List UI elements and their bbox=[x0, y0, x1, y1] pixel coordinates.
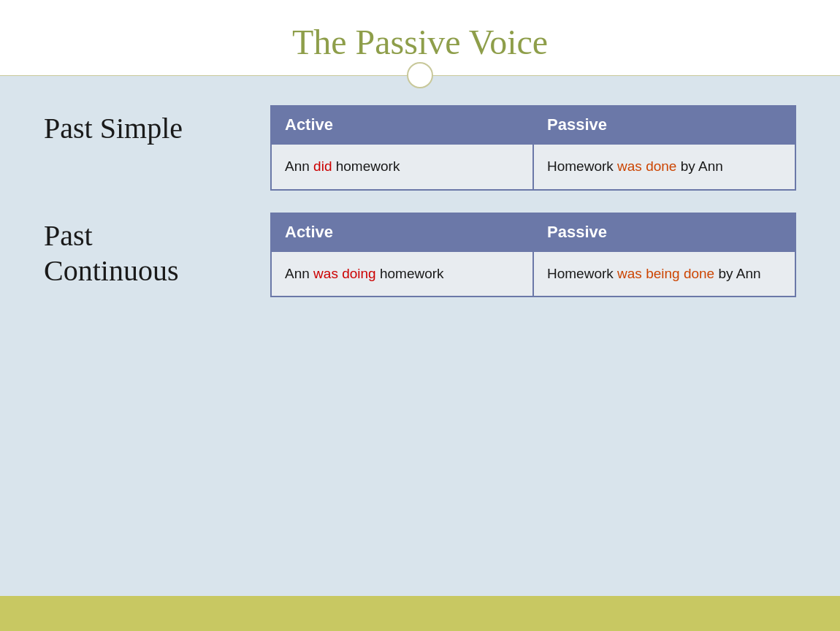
active-text-normal: Ann bbox=[285, 266, 313, 281]
active-text-normal: Ann bbox=[285, 158, 313, 174]
active-text-normal2: homework bbox=[332, 158, 400, 174]
footer-bar bbox=[0, 596, 840, 631]
passive-text-normal2: by Ann bbox=[714, 266, 760, 281]
header-section: The Passive Voice bbox=[0, 0, 840, 76]
passive-header: Passive bbox=[533, 106, 795, 144]
page-wrapper: The Passive Voice Past Simple Active Pas… bbox=[0, 0, 840, 631]
passive-header: Passive bbox=[533, 213, 795, 251]
active-cell: Ann was doing homework bbox=[271, 251, 533, 297]
active-text-highlight: did bbox=[313, 158, 332, 174]
table-header-row: Active Passive bbox=[271, 213, 795, 251]
active-header: Active bbox=[271, 213, 533, 251]
past-simple-label: Past Simple bbox=[44, 105, 248, 146]
active-header: Active bbox=[271, 106, 533, 144]
active-text-normal2: homework bbox=[376, 266, 444, 281]
main-content: Past Simple Active Passive Ann did homew… bbox=[0, 76, 840, 596]
passive-text-highlight: was being done bbox=[617, 266, 714, 281]
table-row: Ann did homework Homework was done by An… bbox=[271, 144, 795, 190]
passive-text-highlight: was done bbox=[617, 158, 676, 174]
passive-cell: Homework was being done by Ann bbox=[533, 251, 795, 297]
passive-text-normal: Homework bbox=[547, 266, 617, 281]
past-simple-table: Active Passive Ann did homework Homework… bbox=[270, 105, 796, 191]
past-continuous-block: PastContinuous Active Passive Ann was do… bbox=[44, 213, 796, 298]
table-row: Ann was doing homework Homework was bein… bbox=[271, 251, 795, 297]
past-simple-block: Past Simple Active Passive Ann did homew… bbox=[44, 105, 796, 191]
circle-decoration bbox=[407, 62, 433, 88]
active-cell: Ann did homework bbox=[271, 144, 533, 190]
table-header-row: Active Passive bbox=[271, 106, 795, 144]
past-continuous-table: Active Passive Ann was doing homework Ho… bbox=[270, 213, 796, 298]
passive-text-normal2: by Ann bbox=[676, 158, 722, 174]
passive-cell: Homework was done by Ann bbox=[533, 144, 795, 190]
active-text-highlight: was doing bbox=[313, 266, 376, 281]
past-continuous-label: PastContinuous bbox=[44, 213, 248, 288]
passive-text-normal: Homework bbox=[547, 158, 617, 174]
